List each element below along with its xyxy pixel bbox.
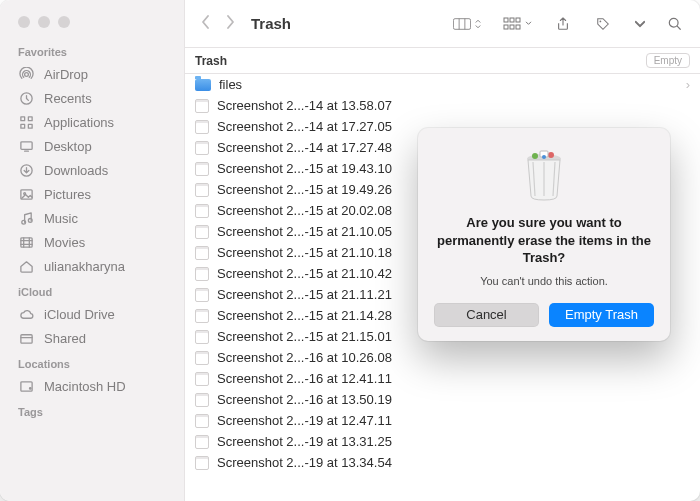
svg-rect-16 [453, 18, 470, 29]
file-icon [195, 204, 209, 218]
folder-icon [195, 79, 211, 91]
sidebar-section-tags: Tags [0, 398, 184, 422]
column-header: Trash Empty [185, 48, 700, 74]
file-icon [195, 183, 209, 197]
file-name: Screenshot 2...-15 at 21.14.28 [217, 308, 392, 323]
sidebar-section-favorites: Favorites [0, 38, 184, 62]
file-icon [195, 162, 209, 176]
sidebar-item-applications[interactable]: Applications [0, 110, 184, 134]
sidebar-item-label: Shared [44, 331, 86, 346]
svg-point-0 [24, 72, 28, 76]
sidebar-item-ulianakharyna[interactable]: ulianakharyna [0, 254, 184, 278]
file-row[interactable]: Screenshot 2...-19 at 12.47.11 [185, 410, 700, 431]
file-name: Screenshot 2...-15 at 20.02.08 [217, 203, 392, 218]
sidebar-item-label: Recents [44, 91, 92, 106]
svg-rect-3 [28, 116, 32, 120]
svg-rect-13 [20, 334, 31, 342]
share-button[interactable] [548, 13, 578, 35]
file-name: Screenshot 2...-16 at 10.26.08 [217, 350, 392, 365]
file-name: Screenshot 2...-15 at 21.10.18 [217, 245, 392, 260]
download-icon [18, 163, 34, 178]
file-row[interactable]: Screenshot 2...-16 at 13.50.19 [185, 389, 700, 410]
folder-row[interactable]: files› [185, 74, 700, 95]
sidebar-section-icloud: iCloud [0, 278, 184, 302]
tags-button[interactable] [588, 13, 618, 35]
file-name: Screenshot 2...-15 at 21.11.21 [217, 287, 392, 302]
file-name: Screenshot 2...-15 at 21.15.01 [217, 329, 392, 344]
airdrop-icon [18, 67, 34, 82]
svg-point-32 [542, 155, 546, 159]
cancel-button[interactable]: Cancel [434, 303, 539, 327]
sidebar-item-label: Applications [44, 115, 114, 130]
disk-icon [18, 379, 34, 394]
cloud-icon [18, 307, 34, 322]
file-name: Screenshot 2...-19 at 13.34.54 [217, 455, 392, 470]
close-window-button[interactable] [18, 16, 30, 28]
file-icon [195, 309, 209, 323]
svg-point-11 [28, 218, 32, 222]
file-row[interactable]: Screenshot 2...-16 at 10.26.08 [185, 347, 700, 368]
sidebar-item-label: Desktop [44, 139, 92, 154]
trash-full-icon [520, 146, 568, 202]
file-icon [195, 288, 209, 302]
svg-rect-19 [504, 18, 508, 22]
window-title: Trash [251, 15, 291, 32]
file-icon [195, 351, 209, 365]
sidebar-item-label: Movies [44, 235, 85, 250]
zoom-window-button[interactable] [58, 16, 70, 28]
shared-icon [18, 331, 34, 346]
file-icon [195, 435, 209, 449]
finder-window: FavoritesAirDropRecentsApplicationsDeskt… [0, 0, 700, 501]
sidebar-item-label: ulianakharyna [44, 259, 125, 274]
sidebar-item-label: Music [44, 211, 78, 226]
file-icon [195, 246, 209, 260]
svg-rect-21 [516, 18, 520, 22]
file-icon [195, 267, 209, 281]
group-by-button[interactable] [497, 13, 538, 35]
file-name: files [219, 77, 242, 92]
sidebar-item-music[interactable]: Music [0, 206, 184, 230]
file-row[interactable]: Screenshot 2...-19 at 13.34.54 [185, 452, 700, 473]
sidebar-item-downloads[interactable]: Downloads [0, 158, 184, 182]
sidebar-item-airdrop[interactable]: AirDrop [0, 62, 184, 86]
sidebar-item-movies[interactable]: Movies [0, 230, 184, 254]
empty-trash-button[interactable]: Empty [646, 53, 690, 68]
sidebar-item-pictures[interactable]: Pictures [0, 182, 184, 206]
file-name: Screenshot 2...-19 at 12.47.11 [217, 413, 392, 428]
file-icon [195, 330, 209, 344]
more-button[interactable] [628, 16, 652, 32]
view-columns-button[interactable] [447, 13, 487, 35]
file-name: Screenshot 2...-15 at 19.43.10 [217, 161, 392, 176]
svg-point-10 [21, 220, 25, 224]
file-row[interactable]: Screenshot 2...-19 at 13.31.25 [185, 431, 700, 452]
toolbar: Trash [185, 0, 700, 48]
sidebar-item-desktop[interactable]: Desktop [0, 134, 184, 158]
sidebar-item-icloud-drive[interactable]: iCloud Drive [0, 302, 184, 326]
search-button[interactable] [662, 13, 688, 35]
file-name: Screenshot 2...-14 at 17.27.05 [217, 119, 392, 134]
svg-line-27 [677, 26, 680, 29]
empty-trash-confirm-button[interactable]: Empty Trash [549, 303, 654, 327]
sidebar-item-recents[interactable]: Recents [0, 86, 184, 110]
sidebar-item-macintosh-hd[interactable]: Macintosh HD [0, 374, 184, 398]
file-name: Screenshot 2...-15 at 21.10.05 [217, 224, 392, 239]
dialog-title: Are you sure you want to permanently era… [434, 214, 654, 267]
file-row[interactable]: Screenshot 2...-14 at 13.58.07 [185, 95, 700, 116]
svg-point-26 [669, 18, 678, 27]
forward-button[interactable] [225, 15, 235, 33]
back-button[interactable] [201, 15, 211, 33]
svg-rect-4 [20, 124, 24, 128]
svg-rect-12 [20, 237, 31, 246]
file-name: Screenshot 2...-15 at 21.10.42 [217, 266, 392, 281]
minimize-window-button[interactable] [38, 16, 50, 28]
sidebar-item-label: Downloads [44, 163, 108, 178]
svg-rect-14 [20, 381, 31, 390]
chevron-right-icon: › [686, 77, 690, 92]
sidebar-item-shared[interactable]: Shared [0, 326, 184, 350]
window-controls [0, 0, 184, 38]
file-row[interactable]: Screenshot 2...-16 at 12.41.11 [185, 368, 700, 389]
file-icon [195, 372, 209, 386]
file-icon [195, 456, 209, 470]
file-name: Screenshot 2...-15 at 19.49.26 [217, 182, 392, 197]
music-icon [18, 211, 34, 226]
